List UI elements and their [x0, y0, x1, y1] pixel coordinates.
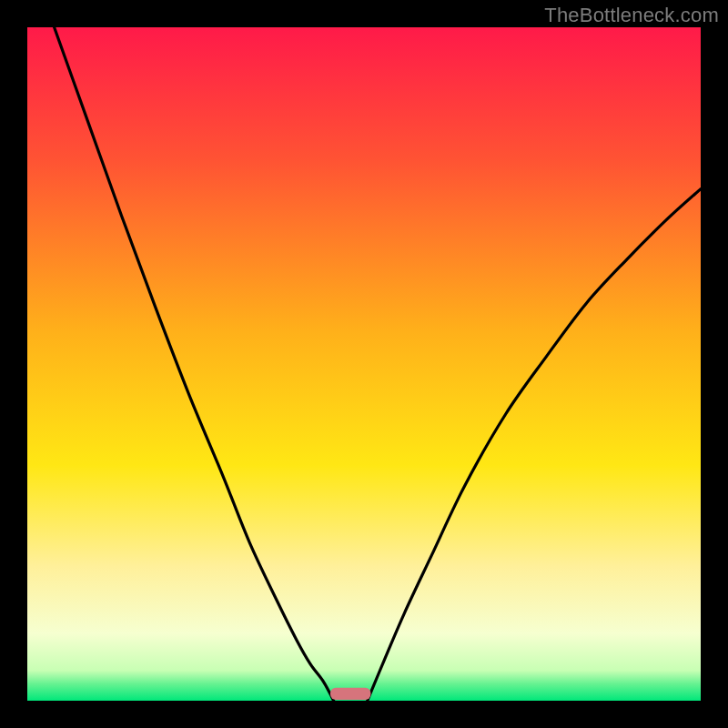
bottleneck-marker — [330, 688, 370, 700]
chart-svg — [27, 27, 701, 701]
attribution-label: TheBottleneck.com — [544, 4, 719, 27]
plot-area — [27, 27, 701, 701]
chart-frame: TheBottleneck.com — [0, 0, 728, 728]
gradient-background — [27, 27, 701, 701]
